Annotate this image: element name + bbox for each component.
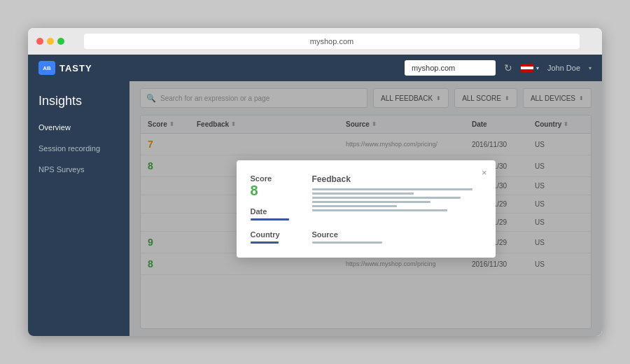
detail-modal: × Score 8 Date F [237, 160, 496, 258]
modal-overlay[interactable]: × Score 8 Date F [130, 81, 602, 336]
flag-chevron: ▾ [536, 65, 539, 71]
feedback-line [312, 205, 397, 207]
feedback-line [312, 192, 414, 195]
sidebar-item-overview[interactable]: Overview [28, 117, 130, 138]
maximize-button[interactable] [57, 38, 64, 45]
browser-chrome: myshop.com [28, 28, 602, 55]
feedback-line [312, 201, 430, 203]
country-flag [521, 64, 533, 72]
sidebar-title: Insights [28, 81, 130, 117]
minimize-button[interactable] [47, 38, 54, 45]
logo-icon: AB [38, 61, 55, 75]
modal-close-button[interactable]: × [482, 167, 487, 178]
modal-date-label: Date [251, 207, 307, 216]
feedback-line [312, 188, 473, 190]
brand-name: TASTY [59, 63, 92, 74]
url-input[interactable] [405, 60, 496, 76]
flag-area: ▾ [521, 64, 539, 72]
feedback-line [312, 209, 448, 211]
refresh-icon[interactable]: ↻ [504, 62, 512, 74]
sidebar-item-session-recording[interactable]: Session recording [28, 138, 130, 159]
browser-window: myshop.com AB TASTY ↻ ▾ John Doe ▾ Insig… [28, 28, 602, 336]
modal-score-value: 8 [251, 183, 307, 199]
close-button[interactable] [36, 38, 43, 45]
modal-country-label: Country [251, 230, 307, 239]
modal-feedback-label: Feedback [312, 174, 482, 184]
modal-country-value [251, 241, 279, 244]
modal-source-label: Source [312, 230, 482, 239]
user-chevron: ▾ [589, 65, 592, 71]
logo-area: AB TASTY [38, 61, 92, 75]
modal-source-value [312, 241, 382, 244]
browser-url-bar: myshop.com [84, 34, 580, 49]
modal-date-value [251, 218, 289, 220]
modal-score-label: Score [251, 174, 307, 183]
feedback-line [312, 197, 461, 199]
traffic-lights [36, 38, 64, 45]
app-body: Insights Overview Session recording NPS … [28, 81, 602, 336]
url-text: myshop.com [310, 37, 354, 46]
feedback-content [312, 188, 482, 211]
sidebar-item-nps-surveys[interactable]: NPS Surveys [28, 159, 130, 180]
main-content: 🔍 Search for an expression or a page ALL… [130, 81, 602, 336]
user-name: John Doe [547, 64, 580, 72]
top-nav: AB TASTY ↻ ▾ John Doe ▾ [28, 55, 602, 81]
sidebar: Insights Overview Session recording NPS … [28, 81, 130, 336]
